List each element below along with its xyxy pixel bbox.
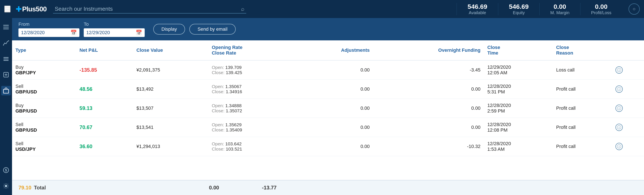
cell-pnl-2: 59.13 xyxy=(76,99,133,118)
avatar-button[interactable]: ○ xyxy=(628,4,640,14)
cell-close-value-2: $13,507 xyxy=(133,99,208,118)
sidebar-item-payments[interactable]: $ xyxy=(1,165,11,175)
send-email-button[interactable]: Send by email xyxy=(189,24,236,34)
to-input-wrap: 📅 xyxy=(84,28,145,37)
svg-rect-1 xyxy=(3,27,9,28)
logo-plus-icon: ✚ xyxy=(16,5,22,13)
main-content: From 📅 To 📅 Display Send by email xyxy=(12,18,644,195)
svg-point-12 xyxy=(5,185,7,187)
info-icon-3[interactable]: ⓘ xyxy=(616,124,623,131)
nav-stats: 546.69 Available 546.69 Equity 0.00 M. M… xyxy=(456,3,640,15)
svg-line-18 xyxy=(8,188,8,188)
cell-pnl-1: 48.56 xyxy=(76,80,133,99)
col-close-time: CloseTime xyxy=(484,40,553,60)
cell-info-3[interactable]: ⓘ xyxy=(612,118,644,137)
stat-margin-value: 0.00 xyxy=(554,3,566,10)
cell-rates-2: Open: 1.34888 Close: 1.35072 xyxy=(208,99,293,118)
cell-type-0: Buy GBP/JPY xyxy=(12,60,76,80)
stat-available-label: Available xyxy=(469,10,486,15)
cell-rates-4: Open: 103.642 Close: 103.521 xyxy=(208,137,293,156)
from-date-input[interactable] xyxy=(21,30,68,36)
info-icon-4[interactable]: ⓘ xyxy=(616,143,623,150)
cell-adjustments-3: 0.00 xyxy=(293,118,373,137)
cell-overnight-1: 0.00 xyxy=(373,80,484,99)
to-calendar-icon[interactable]: 📅 xyxy=(136,30,142,36)
cell-info-4[interactable]: ⓘ xyxy=(612,137,644,156)
cell-close-value-0: ¥2,091,375 xyxy=(133,60,208,80)
table-row: Sell USD/JPY 36.60 ¥1,294,013 Open: 103.… xyxy=(12,137,644,156)
stat-margin-label: M. Margin xyxy=(550,10,570,15)
col-adjustments: Adjustments xyxy=(293,40,373,60)
cell-close-time-0: 12/29/2020 12:05 AM xyxy=(484,60,553,80)
cell-close-reason-0: Loss call xyxy=(553,60,612,80)
stat-equity-label: Equity xyxy=(513,10,525,15)
col-close-value: Close Value xyxy=(133,40,208,60)
search-input[interactable] xyxy=(55,6,241,12)
cell-adjustments-2: 0.00 xyxy=(293,99,373,118)
from-calendar-icon[interactable]: 📅 xyxy=(70,30,77,36)
sidebar-item-trades[interactable] xyxy=(1,54,11,64)
svg-rect-9 xyxy=(4,89,8,93)
stat-available: 546.69 Available xyxy=(456,3,498,15)
cell-close-reason-1: Profit call xyxy=(553,80,612,99)
cell-info-1[interactable]: ⓘ xyxy=(612,80,644,99)
table-footer: 79.10 Total 0.00 -13.77 xyxy=(12,180,644,195)
cell-close-value-3: $13,541 xyxy=(133,118,208,137)
stat-equity-value: 546.69 xyxy=(509,3,529,10)
from-label: From xyxy=(18,22,80,27)
cell-close-value-4: ¥1,294,013 xyxy=(133,137,208,156)
cell-close-time-3: 12/28/2020 12:08 PM xyxy=(484,118,553,137)
stat-profitloss-label: Profit/Loss xyxy=(591,10,611,15)
cell-type-4: Sell USD/JPY xyxy=(12,137,76,156)
cell-info-2[interactable]: ⓘ xyxy=(612,99,644,118)
sidebar-item-menu[interactable] xyxy=(1,22,11,32)
search-container: ⌕ xyxy=(53,5,246,14)
table-container: Type Net P&L Close Value Opening RateClo… xyxy=(12,40,644,180)
cell-overnight-2: 0.00 xyxy=(373,99,484,118)
cell-close-value-1: $13,492 xyxy=(133,80,208,99)
table-header-row: Type Net P&L Close Value Opening RateClo… xyxy=(12,40,644,60)
search-icon[interactable]: ⌕ xyxy=(241,6,244,12)
cell-info-0[interactable]: ⓘ xyxy=(612,60,644,80)
cell-overnight-4: -10.32 xyxy=(373,137,484,156)
top-nav: ☰ ✚ Plus500 ⌕ 546.69 Available 546.69 Eq… xyxy=(0,0,644,18)
sidebar-item-chart[interactable] xyxy=(1,38,11,48)
col-close-reason: CloseReason xyxy=(553,40,612,60)
from-input-wrap: 📅 xyxy=(18,28,80,37)
info-icon-2[interactable]: ⓘ xyxy=(616,104,623,112)
col-info xyxy=(612,40,644,60)
sidebar-item-orders[interactable] xyxy=(1,70,11,80)
app-body: $ From 📅 xyxy=(0,18,644,195)
from-group: From 📅 xyxy=(18,22,80,37)
svg-rect-5 xyxy=(4,57,8,58)
table-row: Buy GBP/JPY -135.85 ¥2,091,375 Open: 139… xyxy=(12,60,644,80)
svg-point-4 xyxy=(8,40,9,41)
cell-close-time-4: 12/28/2020 1:53 AM xyxy=(484,137,553,156)
info-icon-1[interactable]: ⓘ xyxy=(616,86,623,93)
table-row: Sell GBP/USD 70.67 $13,541 Open: 1.35629… xyxy=(12,118,644,137)
cell-pnl-3: 70.67 xyxy=(76,118,133,137)
cell-rates-3: Open: 1.35629 Close: 1.35409 xyxy=(208,118,293,137)
cell-adjustments-4: 0.00 xyxy=(293,137,373,156)
cell-overnight-3: 0.00 xyxy=(373,118,484,137)
cell-close-reason-2: Profit call xyxy=(553,99,612,118)
cell-rates-1: Open: 1.35067 Close: 1.34916 xyxy=(208,80,293,99)
cell-type-3: Sell GBP/USD xyxy=(12,118,76,137)
info-icon-0[interactable]: ⓘ xyxy=(616,66,623,74)
svg-rect-7 xyxy=(4,60,8,61)
cell-close-reason-3: Profit call xyxy=(553,118,612,137)
footer-total-value: 79.10 xyxy=(18,185,31,191)
sidebar-item-theme[interactable] xyxy=(1,181,11,191)
stat-equity: 546.69 Equity xyxy=(498,3,540,15)
cell-type-1: Sell GBP/USD xyxy=(12,80,76,99)
stat-margin: 0.00 M. Margin xyxy=(540,3,580,15)
sidebar-item-portfolio[interactable] xyxy=(1,86,11,95)
display-button[interactable]: Display xyxy=(153,24,185,34)
to-date-input[interactable] xyxy=(86,30,134,36)
hamburger-button[interactable]: ☰ xyxy=(4,6,10,12)
col-type: Type xyxy=(12,40,76,60)
svg-line-17 xyxy=(4,184,4,184)
svg-line-19 xyxy=(8,184,8,184)
cell-overnight-0: -3.45 xyxy=(373,60,484,80)
svg-rect-2 xyxy=(3,28,9,29)
